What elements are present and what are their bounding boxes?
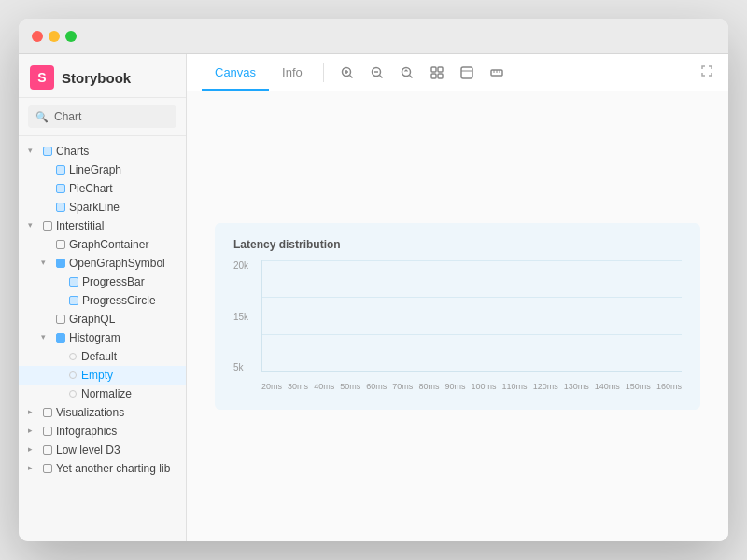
grid-button[interactable] xyxy=(425,61,449,85)
expand-icon: ▾ xyxy=(41,258,52,269)
story-icon xyxy=(69,353,77,360)
sidebar: S Storybook 🔍 ▾ Charts xyxy=(19,54,187,541)
search-icon: 🔍 xyxy=(35,111,49,123)
x-label-80ms: 80ms xyxy=(418,382,439,391)
sidebar-title: Storybook xyxy=(62,70,131,86)
x-label-20ms: 20ms xyxy=(261,382,282,391)
story-icon xyxy=(69,371,77,379)
canvas-area: Latency distribution 20k 15k 5k xyxy=(187,91,728,541)
sidebar-item-visualizations[interactable]: ▸ Visualizations xyxy=(19,403,186,422)
tab-canvas[interactable]: Canvas xyxy=(202,56,269,91)
chart-title: Latency distribution xyxy=(233,238,682,251)
sidebar-item-label: ProgressBar xyxy=(82,275,145,288)
sidebar-item-infographics[interactable]: ▸ Infographics xyxy=(19,422,186,441)
sidebar-item-label: SparkLine xyxy=(69,201,120,214)
sidebar-item-normalize[interactable]: Normalize xyxy=(19,385,186,403)
sidebar-item-yetanother[interactable]: ▸ Yet another charting lib xyxy=(19,459,186,478)
group-icon xyxy=(56,259,65,268)
x-label-130ms: 130ms xyxy=(564,382,589,391)
x-label-110ms: 110ms xyxy=(502,382,528,391)
sidebar-item-label: Default xyxy=(81,350,117,363)
sidebar-item-interstitial[interactable]: ▾ Interstitial xyxy=(19,217,186,235)
leaf-icon xyxy=(69,296,78,305)
svg-rect-13 xyxy=(461,67,472,78)
x-label-90ms: 90ms xyxy=(444,382,465,391)
x-label-150ms: 150ms xyxy=(626,382,651,391)
x-label-120ms: 120ms xyxy=(533,382,558,391)
grid-line-mid xyxy=(262,297,682,298)
zoom-in-button[interactable] xyxy=(335,61,359,85)
chart-inner: 20k 15k 5k 20ms 30ms 40ms xyxy=(233,260,682,391)
sidebar-item-piechart[interactable]: PieChart xyxy=(19,179,186,198)
sidebar-item-label: Infographics xyxy=(56,425,117,438)
close-button[interactable] xyxy=(32,31,43,42)
sidebar-item-opengraphsymbol[interactable]: ▾ OpenGraphSymbol xyxy=(19,254,186,273)
main-content: Canvas Info xyxy=(187,54,728,541)
logo-icon: S xyxy=(30,65,54,90)
search-input[interactable] xyxy=(54,110,169,123)
leaf-icon xyxy=(56,165,65,175)
y-label-15k: 15k xyxy=(233,312,248,322)
sidebar-item-label: GraphContainer xyxy=(69,238,148,251)
sidebar-tree: ▾ Charts LineGraph PieChart xyxy=(19,136,186,541)
y-label-20k: 20k xyxy=(233,260,248,271)
expand-button[interactable] xyxy=(700,64,713,80)
leaf-icon xyxy=(56,315,65,324)
sidebar-item-charts[interactable]: ▾ Charts xyxy=(19,142,186,161)
sidebar-item-label: Interstitial xyxy=(56,219,104,232)
leaf-icon xyxy=(56,184,65,193)
expand-icon xyxy=(54,351,65,362)
x-label-30ms: 30ms xyxy=(288,382,308,391)
leaf-icon xyxy=(56,203,65,212)
minimize-button[interactable] xyxy=(49,31,60,42)
sidebar-item-label: GraphQL xyxy=(69,313,115,326)
x-label-160ms: 160ms xyxy=(656,382,682,391)
background-button[interactable] xyxy=(455,61,479,85)
sidebar-header: S Storybook xyxy=(19,54,186,98)
svg-rect-12 xyxy=(438,74,443,78)
sidebar-item-graphcontainer[interactable]: GraphContainer xyxy=(19,235,186,254)
sidebar-item-graphql[interactable]: GraphQL xyxy=(19,310,186,329)
sidebar-item-linegraph[interactable]: LineGraph xyxy=(19,161,186,179)
sidebar-item-label: PieChart xyxy=(69,182,113,195)
sidebar-item-histogram[interactable]: ▾ Histogram xyxy=(19,329,186,347)
grid-line-low xyxy=(262,334,682,335)
sidebar-item-label: Visualizations xyxy=(56,406,124,419)
expand-icon xyxy=(54,276,65,287)
sidebar-item-label: Charts xyxy=(56,145,89,158)
tab-info[interactable]: Info xyxy=(269,56,316,91)
expand-icon xyxy=(41,239,52,250)
maximize-button[interactable] xyxy=(65,31,77,42)
grid-line-top xyxy=(262,260,682,261)
expand-icon: ▸ xyxy=(28,444,39,455)
leaf-icon xyxy=(56,240,65,249)
svg-rect-11 xyxy=(431,74,436,78)
sidebar-item-empty[interactable]: Empty xyxy=(19,366,186,385)
group-icon xyxy=(43,147,52,156)
chart-plot xyxy=(261,260,682,372)
svg-point-7 xyxy=(402,67,410,76)
expand-icon xyxy=(54,295,65,306)
y-label-5k: 5k xyxy=(233,362,248,372)
sidebar-item-default[interactable]: Default xyxy=(19,347,186,366)
sidebar-item-progresscircle[interactable]: ProgressCircle xyxy=(19,291,186,310)
x-label-70ms: 70ms xyxy=(392,382,413,391)
sidebar-item-lowleveld3[interactable]: ▸ Low level D3 xyxy=(19,441,186,459)
expand-icon: ▾ xyxy=(28,220,39,231)
search-wrapper: 🔍 xyxy=(28,105,176,128)
measure-button[interactable] xyxy=(485,61,509,85)
sidebar-item-sparkline[interactable]: SparkLine xyxy=(19,198,186,217)
svg-rect-10 xyxy=(438,67,443,72)
zoom-reset-button[interactable] xyxy=(395,61,419,85)
traffic-lights xyxy=(32,31,77,42)
expand-icon: ▾ xyxy=(41,332,52,343)
group-icon xyxy=(43,408,52,417)
sidebar-item-label: Yet another charting lib xyxy=(56,462,170,475)
group-icon xyxy=(43,445,52,455)
sidebar-item-label: Normalize xyxy=(81,387,132,400)
sidebar-item-progressbar[interactable]: ProgressBar xyxy=(19,273,186,291)
x-label-140ms: 140ms xyxy=(595,382,620,391)
x-label-40ms: 40ms xyxy=(314,382,334,391)
zoom-out-button[interactable] xyxy=(365,61,389,85)
story-icon xyxy=(69,390,77,398)
